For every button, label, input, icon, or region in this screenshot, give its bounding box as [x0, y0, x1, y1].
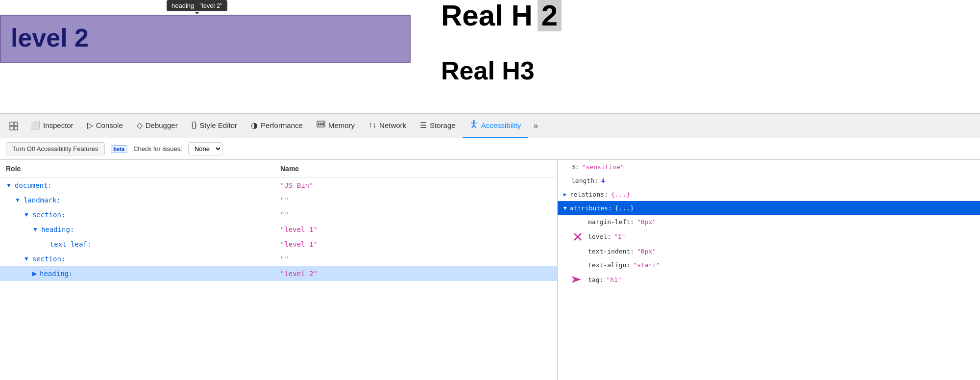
- tree-role-cell: ▼ section:: [0, 210, 274, 220]
- accessibility-tree-panel: Role Name ▼ document: "JS Bin" ▼ landmar…: [0, 160, 558, 380]
- accessibility-svg-icon: [469, 120, 478, 128]
- webpage-preview: heading "level 2" level 2 Real H2 Real H…: [0, 0, 980, 113]
- prop-key: attributes:: [570, 204, 612, 212]
- tree-role-cell: ▼ text leaf:: [0, 239, 274, 249]
- prop-row-selected[interactable]: ▼ attributes: {...}: [558, 201, 980, 215]
- tree-name-cell: "": [274, 210, 557, 220]
- tab-console-label: Console: [96, 121, 123, 129]
- webpage-left: heading "level 2" level 2: [0, 0, 421, 113]
- tree-name-header: Name: [274, 163, 557, 175]
- devtools-icon-btn[interactable]: [4, 116, 24, 136]
- devtools-icon: [9, 121, 19, 131]
- tab-storage[interactable]: ☰ Storage: [413, 113, 463, 139]
- debugger-icon: ◇: [137, 121, 143, 130]
- tooltip-text2: "level 2": [199, 2, 222, 9]
- tree-node-heading1: heading:: [41, 226, 74, 233]
- performance-icon: ◑: [251, 121, 258, 130]
- tooltip-container: heading "level 2": [167, 0, 227, 11]
- prop-value: "1": [614, 233, 625, 240]
- tab-debugger[interactable]: ◇ Debugger: [130, 113, 185, 139]
- tab-network[interactable]: ↑↓ Network: [362, 113, 413, 139]
- tree-row[interactable]: ▼ text leaf: "level 1": [0, 237, 557, 252]
- tab-console[interactable]: ▷ Console: [80, 113, 130, 139]
- prop-toggle[interactable]: ▼: [564, 205, 567, 211]
- prop-key: relations:: [570, 191, 608, 198]
- tooltip-text1: heading: [172, 2, 194, 9]
- tree-header: Role Name: [0, 160, 557, 178]
- prop-value: "start": [633, 261, 660, 269]
- tree-name-cell: "": [274, 254, 557, 264]
- tab-storage-label: Storage: [430, 121, 456, 129]
- tree-row[interactable]: ▼ document: "JS Bin": [0, 178, 557, 193]
- tree-name-cell: "": [274, 195, 557, 205]
- tab-inspector[interactable]: ⬜ Inspector: [24, 113, 80, 139]
- style-editor-icon: {}: [192, 121, 197, 129]
- prop-value: 4: [601, 177, 605, 184]
- tree-toggle[interactable]: ▼: [24, 255, 29, 262]
- prop-value: "0px": [637, 218, 656, 226]
- network-icon: ↑↓: [368, 121, 376, 129]
- prop-row: length: 4: [558, 174, 980, 187]
- tree-role-cell: ▼ section:: [0, 254, 274, 264]
- prop-row: tag: "h1": [558, 272, 980, 287]
- prop-key: margin-left:: [588, 218, 634, 226]
- devtools-toolbar: ⬜ Inspector ▷ Console ◇ Debugger {} Styl…: [0, 113, 980, 138]
- real-h2-highlight: 2: [538, 0, 562, 31]
- tree-row[interactable]: ▼ heading: "level 1": [0, 222, 557, 237]
- tree-name-cell: "level 2": [274, 269, 557, 279]
- tree-node-section: section:: [32, 211, 65, 219]
- tree-role-cell: ▼ heading:: [0, 225, 274, 234]
- prop-row: level: "1": [558, 228, 980, 244]
- tree-row-selected[interactable]: ▶ heading: "level 2": [0, 266, 557, 281]
- tree-toggle[interactable]: ▼: [32, 226, 38, 233]
- real-h3: Real H3: [441, 56, 960, 85]
- tree-row[interactable]: ▼ landmark: "": [0, 193, 557, 207]
- tab-network-label: Network: [379, 121, 406, 129]
- svg-point-8: [473, 120, 475, 122]
- overflow-btn[interactable]: »: [528, 116, 543, 136]
- tree-node-section2: section:: [32, 255, 65, 263]
- memory-svg-icon: [317, 120, 325, 128]
- prop-toggle[interactable]: ▶: [564, 191, 567, 198]
- tree-role-header: Role: [0, 163, 274, 175]
- svg-rect-5: [318, 123, 319, 126]
- tab-accessibility-label: Accessibility: [481, 121, 521, 129]
- properties-panel: 3: "sensitive" length: 4 ▶ relations: {.…: [558, 160, 980, 380]
- prop-key: level:: [588, 233, 611, 240]
- prop-row: margin-left: "0px": [558, 215, 980, 228]
- prop-key: text-align:: [588, 261, 630, 269]
- prop-key: 3:: [571, 163, 579, 171]
- arrow-icon: [571, 274, 585, 285]
- turn-off-accessibility-btn[interactable]: Turn Off Accessibility Features: [6, 142, 105, 155]
- tree-role-cell: ▼ document:: [0, 180, 274, 190]
- x-icon: [573, 231, 584, 242]
- svg-marker-15: [571, 276, 581, 283]
- tree-toggle[interactable]: ▼: [24, 211, 29, 218]
- prop-row: text-indent: "0px": [558, 244, 980, 258]
- tree-row[interactable]: ▼ section: "": [0, 207, 557, 222]
- tab-style-editor[interactable]: {} Style Editor: [185, 113, 244, 139]
- tree-name-cell: "level 1": [274, 225, 557, 234]
- svg-rect-1: [14, 122, 18, 126]
- prop-row: text-align: "start": [558, 258, 980, 272]
- tree-toggle[interactable]: ▶: [32, 270, 37, 277]
- tab-accessibility[interactable]: Accessibility: [463, 113, 528, 139]
- prop-value: {...}: [611, 191, 630, 198]
- tree-row[interactable]: ▼ section: "": [0, 252, 557, 266]
- prop-key: length:: [571, 177, 598, 184]
- prop-key: tag:: [588, 276, 603, 283]
- svg-rect-2: [10, 127, 13, 130]
- check-issues-select[interactable]: None: [188, 142, 222, 155]
- tree-node-heading2: heading:: [40, 270, 73, 278]
- tree-toggle[interactable]: ▼: [15, 197, 21, 203]
- console-icon: ▷: [87, 121, 93, 130]
- tab-memory[interactable]: Memory: [310, 113, 362, 139]
- prop-value: "h1": [606, 276, 621, 283]
- tree-role-cell: ▼ landmark:: [0, 195, 274, 205]
- devtools-content: Role Name ▼ document: "JS Bin" ▼ landmar…: [0, 160, 980, 380]
- webpage-right: Real H2 Real H3: [421, 0, 980, 113]
- tab-performance[interactable]: ◑ Performance: [244, 113, 310, 139]
- prop-row[interactable]: ▶ relations: {...}: [558, 187, 980, 201]
- check-issues-label: Check for issues:: [133, 145, 182, 152]
- tree-toggle[interactable]: ▼: [6, 182, 12, 189]
